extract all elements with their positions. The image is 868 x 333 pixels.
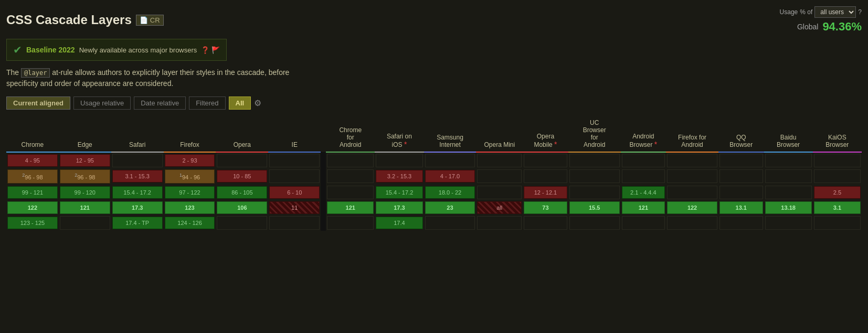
- gap-cell: [321, 200, 326, 215]
- th-baidu: BaiduBrowser: [764, 117, 813, 152]
- compat-cell-safari-ios: [375, 152, 424, 168]
- compat-cell-opera-mini: [476, 152, 523, 168]
- compat-cell-safari-ios: 17.3: [375, 200, 424, 215]
- baseline-text: Newly available across major browsers: [79, 46, 197, 54]
- th-samsung: SamsungInternet: [424, 117, 477, 152]
- description: The @layer at-rule allows authors to exp…: [6, 67, 300, 89]
- compat-cell-kaios: [813, 168, 862, 185]
- compat-cell-android: [621, 215, 666, 231]
- compat-cell-firefox-android: 122: [666, 200, 718, 215]
- table-row: 99 - 12199 - 12015.4 - 17.297 - 12286 - …: [6, 185, 862, 200]
- usage-dropdown[interactable]: all users: [814, 6, 856, 18]
- compat-cell-firefox: 194 - 96: [164, 168, 216, 185]
- th-opera: Opera: [216, 117, 268, 152]
- compat-cell-baidu: [764, 215, 813, 231]
- compat-cell-uc: [568, 168, 621, 185]
- compat-cell-baidu: [764, 168, 813, 185]
- compat-cell-chrome: 99 - 121: [6, 185, 59, 200]
- compat-cell-opera-mini: [476, 215, 523, 231]
- compat-cell-samsung: 4 - 17.0: [424, 168, 477, 185]
- table-row: 4 - 9512 - 95 2 - 93: [6, 152, 862, 168]
- baseline-icons: ❓ 🚩: [201, 46, 220, 54]
- compat-cell-edge: 296 - 98: [59, 168, 111, 185]
- compat-cell-samsung: [424, 215, 477, 231]
- compat-cell-chrome-android: [326, 215, 375, 231]
- compat-cell-baidu: 13.18: [764, 200, 813, 215]
- all-button[interactable]: All: [229, 96, 251, 110]
- compat-cell-opera-mobile: [523, 168, 568, 185]
- compat-cell-edge: [59, 215, 111, 231]
- gap-cell: [321, 185, 326, 200]
- compat-cell-chrome: 123 - 125: [6, 215, 59, 231]
- compat-cell-uc: 15.5: [568, 200, 621, 215]
- date-relative-button[interactable]: Date relative: [134, 96, 186, 110]
- compat-cell-kaios: 3.1: [813, 200, 862, 215]
- compat-cell-firefox-android: [666, 152, 718, 168]
- usage-relative-button[interactable]: Usage relative: [73, 96, 131, 110]
- th-qq: QQBrowser: [718, 117, 764, 152]
- compat-cell-firefox: 123: [164, 200, 216, 215]
- compat-cell-samsung: 18.0 - 22: [424, 185, 477, 200]
- title-section: CSS Cascade Layers 📄 CR: [6, 13, 164, 27]
- compat-cell-opera: 106: [216, 200, 268, 215]
- compat-cell-edge: 121: [59, 200, 111, 215]
- compat-cell-chrome: 122: [6, 200, 59, 215]
- cr-badge: 📄 CR: [136, 15, 164, 26]
- th-safari: Safari: [111, 117, 164, 152]
- compat-cell-safari: 17.4 - TP: [111, 215, 164, 231]
- th-ie: IE: [268, 117, 321, 152]
- table-row: 123 - 125 17.4 - TP124 - 126 17.4: [6, 215, 862, 231]
- compat-cell-samsung: [424, 152, 477, 168]
- compat-table: Chrome Edge Safari Firefox Opera IE Chro…: [6, 117, 862, 231]
- compat-cell-safari-ios: 15.4 - 17.2: [375, 185, 424, 200]
- baseline-year: Baseline 2022: [26, 46, 75, 54]
- gap-cell: [321, 152, 326, 168]
- compat-cell-baidu: [764, 152, 813, 168]
- compat-cell-android: [621, 168, 666, 185]
- compat-cell-android: [621, 152, 666, 168]
- compat-cell-chrome-android: 121: [326, 200, 375, 215]
- compat-cell-qq: [718, 168, 764, 185]
- compat-cell-chrome-android: [326, 185, 375, 200]
- compat-cell-chrome: 4 - 95: [6, 152, 59, 168]
- usage-label: Usage: [780, 8, 798, 16]
- filtered-button[interactable]: Filtered: [189, 96, 225, 110]
- compat-cell-chrome-android: [326, 168, 375, 185]
- compat-cell-qq: [718, 152, 764, 168]
- compat-cell-opera-mini: [476, 185, 523, 200]
- th-safari-ios: Safari oniOS *: [375, 117, 424, 152]
- compat-cell-safari: 15.4 - 17.2: [111, 185, 164, 200]
- global-row: Global 94.36%: [746, 20, 862, 34]
- compat-cell-kaios: 2.5: [813, 185, 862, 200]
- header: CSS Cascade Layers 📄 CR Usage % of all u…: [6, 6, 862, 34]
- compat-cell-firefox-android: [666, 168, 718, 185]
- compat-cell-opera-mini: all: [476, 200, 523, 215]
- compat-cell-firefox: 97 - 122: [164, 185, 216, 200]
- info-icon[interactable]: ❓: [201, 46, 209, 54]
- baseline-banner: ✔ Baseline 2022 Newly available across m…: [6, 39, 227, 61]
- th-opera-mobile: OperaMobile *: [523, 117, 568, 152]
- th-edge: Edge: [59, 117, 111, 152]
- th-uc: UCBrowserforAndroid: [568, 117, 621, 152]
- compat-cell-ie: 6 - 10: [268, 185, 321, 200]
- filter-bar: Current aligned Usage relative Date rela…: [6, 96, 862, 110]
- current-aligned-button[interactable]: Current aligned: [6, 96, 70, 110]
- compat-cell-ie: [268, 168, 321, 185]
- compat-cell-chrome-android: [326, 152, 375, 168]
- compat-cell-qq: 13.1: [718, 200, 764, 215]
- compat-cell-kaios: [813, 215, 862, 231]
- compat-cell-safari-ios: 17.4: [375, 215, 424, 231]
- settings-icon[interactable]: ⚙: [254, 98, 261, 108]
- compat-cell-firefox: 124 - 126: [164, 215, 216, 231]
- compat-cell-opera: [216, 152, 268, 168]
- flag-icon[interactable]: 🚩: [211, 46, 220, 54]
- compat-cell-chrome: 296 - 98: [6, 168, 59, 185]
- compat-cell-ie: [268, 152, 321, 168]
- description-prefix: The: [6, 68, 19, 77]
- th-opera-mini: Opera Mini: [476, 117, 523, 152]
- usage-section: Usage % of all users ? Global 94.36%: [746, 6, 862, 34]
- th-chrome: Chrome: [6, 117, 59, 152]
- at-rule-code: @layer: [21, 68, 50, 78]
- help-icon[interactable]: ?: [858, 8, 862, 16]
- compat-cell-opera-mobile: 73: [523, 200, 568, 215]
